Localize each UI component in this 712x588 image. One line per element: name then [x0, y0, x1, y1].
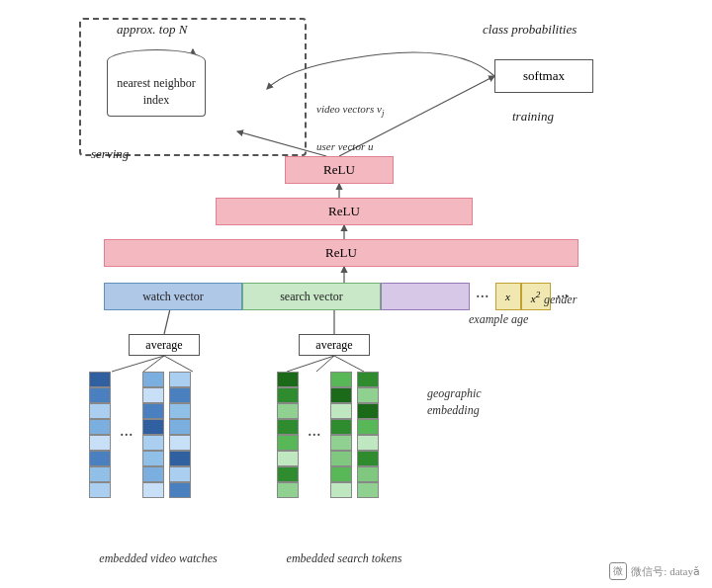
cell: [169, 372, 191, 387]
cell: [142, 482, 164, 498]
cell: [169, 482, 191, 498]
cell: [277, 435, 299, 451]
watermark: 微 微信号: datayǎ: [609, 562, 700, 580]
cell: [277, 451, 299, 466]
search-col-3: [357, 372, 379, 498]
svg-line-7: [164, 356, 193, 372]
softmax-box: softmax: [494, 59, 593, 93]
cell: [142, 419, 164, 435]
cell: [330, 435, 352, 451]
feature-row: watch vector search vector ··· x x2 ···: [104, 283, 578, 310]
cell: [330, 466, 352, 482]
nearest-neighbor-cylinder: nearest neighbor index: [107, 49, 206, 119]
cell: [169, 451, 191, 466]
cell: [357, 482, 379, 498]
cell: [277, 387, 299, 403]
search-col-2: [330, 372, 352, 498]
cell: [330, 482, 352, 498]
class-probabilities-label: class probabilities: [483, 22, 577, 38]
cell: [142, 403, 164, 419]
cell: [169, 435, 191, 451]
average-right-box: average: [299, 334, 370, 356]
cell: [169, 419, 191, 435]
relu-large-box: ReLU: [104, 239, 578, 267]
geo-embed-line2: embedding: [427, 403, 480, 417]
cell: [142, 466, 164, 482]
cell: [277, 403, 299, 419]
cell: [142, 435, 164, 451]
example-age-label: example age: [469, 312, 528, 327]
average-left-label: average: [145, 338, 182, 353]
cell: [330, 403, 352, 419]
cell: [357, 419, 379, 435]
geo-embed-box: [381, 283, 470, 310]
cell: [277, 482, 299, 498]
video-col-2: [142, 372, 164, 498]
cell: [357, 403, 379, 419]
watch-vector-box: watch vector: [104, 283, 242, 310]
average-right-label: average: [315, 338, 352, 353]
age-x2-label: x2: [531, 290, 540, 304]
cell: [89, 466, 111, 482]
search-vector-box: search vector: [242, 283, 381, 310]
search-vector-label: search vector: [280, 290, 343, 304]
video-watch-columns: ···: [89, 372, 191, 498]
cell: [169, 387, 191, 403]
relu-medium-label: ReLU: [328, 204, 360, 219]
cylinder-text: nearest neighbor index: [107, 75, 206, 109]
svg-line-6: [143, 356, 164, 372]
cell: [142, 387, 164, 403]
cell: [277, 419, 299, 435]
cell: [330, 419, 352, 435]
svg-line-12: [334, 356, 364, 372]
search-token-columns: ···: [277, 372, 379, 498]
relu-small-box: ReLU: [285, 156, 394, 184]
serving-label: serving: [91, 146, 129, 162]
cell: [330, 372, 352, 387]
col-dots-1: ···: [116, 425, 137, 446]
cell: [169, 403, 191, 419]
video-col-1: [89, 372, 111, 498]
relu-large-label: ReLU: [325, 245, 357, 261]
training-label: training: [512, 109, 554, 125]
relu-medium-box: ReLU: [216, 198, 473, 225]
relu-small-label: ReLU: [323, 162, 355, 178]
cell: [142, 451, 164, 466]
cell: [357, 372, 379, 387]
svg-line-10: [287, 356, 334, 372]
watermark-text: 微信号: datayǎ: [631, 564, 700, 579]
diagram-container: approx. top N nearest neighbor index ser…: [0, 0, 712, 588]
cell: [169, 466, 191, 482]
search-col-1: [277, 372, 299, 498]
wechat-icon: 微: [609, 562, 627, 580]
video-vectors-label: video vectors vj: [316, 103, 385, 118]
cell: [89, 482, 111, 498]
geo-embed-line1: geographic: [427, 386, 482, 400]
age-x-label: x: [505, 291, 510, 302]
svg-line-5: [112, 356, 164, 372]
bottom-label-right: embedded search tokens: [265, 551, 423, 566]
softmax-label: softmax: [523, 68, 565, 84]
col-dots-2: ···: [304, 425, 325, 446]
geographic-embedding-label: geographic embedding: [427, 385, 482, 419]
svg-line-11: [316, 356, 334, 372]
cell: [89, 451, 111, 466]
cell: [89, 403, 111, 419]
age-x-box: x: [495, 283, 521, 310]
approx-top-n-label: approx. top N: [117, 22, 187, 38]
user-vector-label: user vector u: [316, 140, 373, 152]
watch-vector-label: watch vector: [142, 290, 204, 304]
cell: [357, 466, 379, 482]
cell: [330, 387, 352, 403]
gender-label: gender: [544, 293, 577, 307]
cell: [277, 466, 299, 482]
cell: [277, 372, 299, 387]
cell: [142, 372, 164, 387]
cell: [357, 451, 379, 466]
cell: [89, 435, 111, 451]
video-col-3: [169, 372, 191, 498]
feature-dots-1: ···: [470, 287, 495, 307]
cell: [89, 372, 111, 387]
average-left-box: average: [129, 334, 200, 356]
bottom-label-left: embedded video watches: [79, 551, 237, 566]
